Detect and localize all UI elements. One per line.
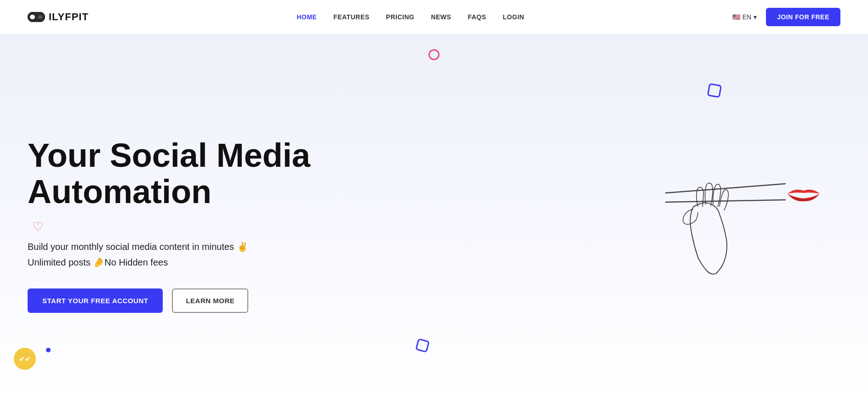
chevron-down-icon: ▾ — [754, 13, 757, 21]
hero-section: Your Social Media Automation ♡ Build you… — [0, 34, 868, 396]
flag-icon: 🇺🇸 — [732, 13, 740, 21]
nav-item-news[interactable]: NEWS — [431, 13, 451, 21]
nav-item-pricing[interactable]: PRICING — [386, 13, 415, 21]
heart-decoration: ♡ — [32, 219, 44, 234]
decorative-pink-circle — [428, 49, 440, 60]
language-label: EN — [742, 13, 751, 21]
join-button[interactable]: JOIN FOR FREE — [766, 8, 840, 26]
hero-illustration — [657, 147, 813, 285]
site-logo[interactable]: ILYFPIT — [28, 11, 89, 23]
svg-rect-0 — [28, 12, 45, 22]
illustration-container — [657, 147, 813, 285]
hero-content: Your Social Media Automation ♡ Build you… — [28, 119, 310, 313]
logo-text: ILYFPIT — [49, 11, 89, 23]
lips-svg — [785, 184, 822, 204]
svg-line-3 — [666, 184, 785, 193]
chopsticks-illustration — [657, 147, 813, 285]
nav-item-home[interactable]: HOME — [297, 13, 317, 21]
nav-links: HOME FEATURES PRICING NEWS FAQS LOGIN — [297, 13, 524, 21]
learn-more-button[interactable]: LEARN MORE — [172, 289, 248, 313]
hero-buttons: START YOUR FREE ACCOUNT LEARN MORE — [28, 289, 310, 313]
nav-item-features[interactable]: FEATURES — [333, 13, 369, 21]
svg-point-1 — [30, 15, 35, 19]
svg-point-2 — [38, 15, 42, 19]
navbar: ILYFPIT HOME FEATURES PRICING NEWS FAQS … — [0, 0, 868, 34]
subtitle-line2: Unlimited posts 🤌No Hidden fees — [28, 257, 168, 267]
start-free-account-button[interactable]: START YOUR FREE ACCOUNT — [28, 289, 163, 313]
svg-line-4 — [666, 200, 785, 202]
hero-subtitle: Build your monthly social media content … — [28, 239, 310, 271]
hero-title: Your Social Media Automation — [28, 137, 310, 210]
chat-checkmark-icon: ✔✔ — [19, 355, 31, 363]
lips-decoration — [785, 184, 822, 206]
chat-widget[interactable]: ✔✔ — [14, 348, 36, 370]
decorative-blue-square-top — [707, 83, 722, 98]
nav-right: 🇺🇸 EN ▾ JOIN FOR FREE — [732, 8, 840, 26]
decorative-blue-dot — [46, 348, 51, 352]
language-selector[interactable]: 🇺🇸 EN ▾ — [732, 13, 757, 21]
subtitle-line1: Build your monthly social media content … — [28, 242, 248, 252]
decorative-blue-square-bottom — [415, 338, 430, 353]
logo-icon — [28, 12, 45, 22]
nav-item-login[interactable]: LOGIN — [503, 13, 525, 21]
nav-item-faqs[interactable]: FAQS — [468, 13, 486, 21]
